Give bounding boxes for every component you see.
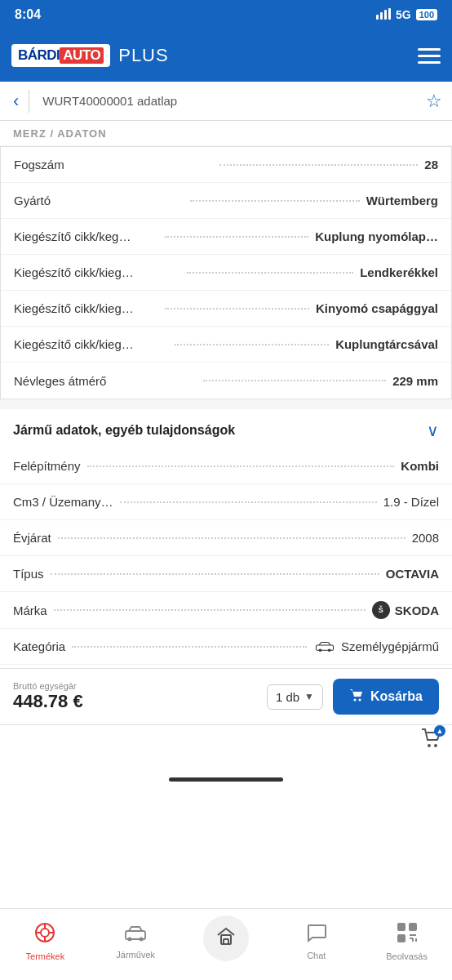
specs-table: Fogszám 28 Gyártó Würtemberg Kiegészítő …: [0, 146, 452, 399]
spec-row: Kiegészítő cikk/kieg… Kinyomó csapággyal: [1, 291, 451, 327]
truncated-header: MERZ / ADATON: [0, 121, 452, 146]
nav-title: WURT40000001 adatlap: [36, 94, 419, 108]
vehicle-section-header[interactable]: Jármű adatok, egyéb tulajdonságok ∨: [0, 409, 452, 448]
back-button[interactable]: ‹: [10, 87, 22, 115]
vehicle-value: OCTAVIA: [386, 567, 439, 581]
svg-rect-2: [384, 10, 387, 20]
vehicles-icon: [124, 924, 147, 947]
vehicle-data-row: Típus OCTAVIA: [0, 556, 452, 592]
chat-icon: [306, 923, 327, 947]
nav-label-chat: Chat: [307, 951, 326, 960]
vehicle-label: Felépítmény: [13, 459, 81, 473]
spec-value: Kinyomó csapággyal: [316, 301, 438, 315]
svg-point-9: [428, 744, 431, 747]
cart-icon: [349, 688, 364, 705]
svg-point-8: [358, 699, 361, 702]
spec-label: Kiegészítő cikk/keg…: [14, 229, 158, 243]
svg-point-7: [353, 699, 356, 702]
spec-value: 28: [424, 158, 438, 172]
svg-point-12: [41, 929, 49, 937]
vehicle-data-row: Cm3 / Üzemany… 1.9 - Dízel: [0, 484, 452, 520]
nav-item-beolvasas[interactable]: Beolvasás: [361, 915, 452, 961]
scroll-area: MERZ / ADATON Fogszám 28 Gyártó Würtembe…: [0, 121, 452, 870]
vehicle-label: Márka: [13, 604, 47, 617]
logo-box: BÁRDI AUTO: [11, 44, 110, 67]
skoda-logo: Š: [372, 601, 390, 619]
spec-label: Kiegészítő cikk/kieg…: [14, 337, 168, 351]
nav-item-jarmuvek[interactable]: Járművek: [91, 917, 181, 960]
spec-row: Névleges átmérő 229 mm: [1, 363, 451, 399]
spec-row: Kiegészítő cikk/kieg… Lendkerékkel: [1, 255, 451, 291]
battery-icon: 100: [416, 9, 437, 20]
svg-rect-25: [400, 925, 403, 929]
spec-row: Fogszám 28: [1, 147, 451, 183]
spec-label: Fogszám: [14, 158, 213, 172]
nav-label-termekek: Termékek: [26, 951, 65, 961]
vehicle-value: Š SKODA: [372, 601, 439, 619]
nav-divider: [29, 90, 29, 113]
vehicle-label: Kategória: [13, 639, 65, 653]
home-icon: [216, 927, 236, 950]
vehicle-value: Személygépjármű: [313, 639, 439, 653]
price-value: 448.78 €: [13, 691, 257, 712]
app-header: BÁRDI AUTO PLUS: [0, 29, 452, 82]
nav-label-jarmuvek: Járművek: [116, 950, 155, 960]
vehicle-data-row: Kategória Személygépjármű: [0, 629, 452, 665]
cart-mini-icon[interactable]: ▲: [421, 728, 442, 753]
spec-row: Kiegészítő cikk/keg… Kuplung nyomólap…: [1, 219, 451, 255]
status-icons: 5G 100: [376, 8, 437, 22]
section-chevron-icon: ∨: [427, 421, 439, 440]
svg-rect-26: [411, 925, 414, 929]
nav-item-chat[interactable]: Chat: [271, 916, 361, 960]
spec-row: Kiegészítő cikk/kieg… Kuplungtárcsával: [1, 327, 451, 363]
spec-row: Gyártó Würtemberg: [1, 183, 451, 219]
qty-selector[interactable]: 1 db ▼: [267, 684, 323, 710]
vehicle-value: 1.9 - Dízel: [383, 495, 439, 509]
svg-rect-21: [224, 939, 228, 944]
vehicle-label: Cm3 / Üzemany…: [13, 495, 113, 509]
svg-point-5: [319, 648, 322, 652]
svg-point-10: [434, 744, 437, 747]
vehicle-data-row: Évjárat 2008: [0, 520, 452, 556]
svg-rect-3: [388, 8, 391, 20]
svg-point-6: [328, 648, 331, 652]
truncated-text: MERZ / ADATON: [13, 127, 107, 140]
add-to-cart-button[interactable]: Kosárba: [333, 679, 439, 715]
nav-bar: ‹ WURT40000001 adatlap ☆: [0, 82, 452, 121]
spec-value: 229 mm: [392, 374, 438, 388]
svg-rect-0: [376, 15, 379, 20]
home-button[interactable]: [203, 915, 249, 961]
vehicle-label: Típus: [13, 567, 44, 581]
status-time: 8:04: [15, 7, 41, 22]
vehicle-value: 2008: [412, 531, 439, 545]
vehicle-data-row: Felépítmény Kombi: [0, 448, 452, 484]
cart-mini-bar: ▲: [0, 725, 452, 756]
svg-point-18: [128, 937, 132, 941]
plus-text: PLUS: [118, 45, 168, 66]
nav-item-home[interactable]: [181, 909, 272, 968]
section-separator: [0, 399, 452, 409]
spec-label: Kiegészítő cikk/kieg…: [14, 265, 180, 279]
spec-label: Névleges átmérő: [14, 374, 197, 388]
scan-icon: [397, 922, 418, 948]
hamburger-menu-icon[interactable]: [418, 48, 441, 64]
svg-point-19: [140, 937, 144, 941]
spec-label: Gyártó: [14, 194, 184, 207]
vehicle-value: Kombi: [401, 459, 439, 473]
vehicle-data-row: Márka Š SKODA: [0, 592, 452, 629]
spec-value: Lendkerékkel: [360, 265, 438, 279]
svg-rect-1: [380, 12, 383, 20]
bottom-nav: Termékek Járművek: [0, 908, 452, 980]
spec-value: Kuplungtárcsával: [335, 337, 438, 351]
spec-label: Kiegészítő cikk/kieg…: [14, 301, 158, 315]
price-section: Bruttó egységár 448.78 €: [13, 681, 257, 712]
nav-label-beolvasas: Beolvasás: [386, 951, 428, 961]
cart-count-badge: ▲: [434, 725, 445, 737]
logo-auto: AUTO: [60, 47, 104, 64]
logo-container: BÁRDI AUTO PLUS: [11, 44, 169, 67]
favorite-star-icon[interactable]: ☆: [426, 91, 442, 112]
network-label: 5G: [396, 8, 411, 21]
nav-item-termekek[interactable]: Termékek: [0, 915, 91, 961]
spec-value: Würtemberg: [366, 194, 438, 207]
products-icon: [34, 922, 55, 948]
